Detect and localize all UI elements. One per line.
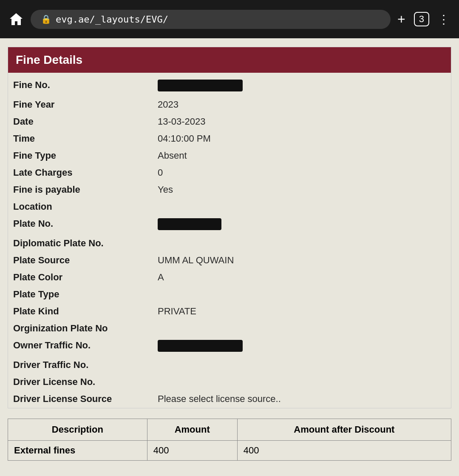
redacted-plate-no xyxy=(158,218,221,230)
time-row: Time 04:10:00 PM xyxy=(8,131,451,148)
fine-details-card: Fine Details Fine No. Fine Year 2023 Dat… xyxy=(8,47,451,408)
amount-cell: 400 xyxy=(147,441,237,461)
late-charges-value: 0 xyxy=(158,167,446,178)
table-row: External fines 400 400 xyxy=(8,441,451,461)
plate-kind-value: PRIVATE xyxy=(158,306,446,317)
fine-year-value: 2023 xyxy=(158,99,446,110)
diplomatic-plate-row: Diplomatic Plate No. xyxy=(8,235,451,252)
plate-no-label: Plate No. xyxy=(13,218,158,229)
driver-license-row: Driver License No. xyxy=(8,374,451,391)
plate-color-row: Plate Color A xyxy=(8,269,451,286)
fine-no-row: Fine No. xyxy=(8,77,451,97)
fines-table: Description Amount Amount after Discount… xyxy=(8,419,451,461)
plate-type-label: Plate Type xyxy=(13,289,158,300)
fine-type-label: Fine Type xyxy=(13,150,158,161)
page-content: Fine Details Fine No. Fine Year 2023 Dat… xyxy=(0,38,459,476)
fine-year-row: Fine Year 2023 xyxy=(8,97,451,114)
driver-traffic-row: Driver Traffic No. xyxy=(8,357,451,374)
date-row: Date 13-03-2023 xyxy=(8,114,451,131)
driver-traffic-label: Driver Traffic No. xyxy=(13,359,158,371)
plate-source-row: Plate Source UMM AL QUWAIN xyxy=(8,252,451,269)
plate-source-label: Plate Source xyxy=(13,255,158,266)
lock-icon: 🔒 xyxy=(41,14,51,24)
plate-color-value: A xyxy=(158,272,446,283)
address-bar[interactable]: 🔒 evg.ae/_layouts/EVG/ xyxy=(31,10,391,29)
late-charges-row: Late Charges 0 xyxy=(8,165,451,182)
fine-type-value: Absent xyxy=(158,150,446,161)
plate-kind-row: Plate Kind PRIVATE xyxy=(8,303,451,320)
card-header: Fine Details xyxy=(8,47,451,73)
plate-no-row: Plate No. xyxy=(8,216,451,235)
description-header: Description xyxy=(8,419,147,441)
new-tab-button[interactable]: + xyxy=(397,11,405,27)
driver-license-label: Driver License No. xyxy=(13,376,158,388)
fine-payable-value: Yes xyxy=(158,184,446,195)
org-plate-row: Orginization Plate No xyxy=(8,320,451,337)
redacted-fine-no xyxy=(158,80,243,91)
fine-type-row: Fine Type Absent xyxy=(8,148,451,165)
owner-traffic-label: Owner Traffic No. xyxy=(13,340,158,351)
table-header-row: Description Amount Amount after Discount xyxy=(8,419,451,441)
plate-source-value: UMM AL QUWAIN xyxy=(158,255,446,266)
fine-no-value xyxy=(158,80,446,94)
owner-traffic-value xyxy=(158,340,446,354)
fine-payable-row: Fine is payable Yes xyxy=(8,182,451,199)
org-plate-label: Orginization Plate No xyxy=(13,323,158,334)
diplomatic-plate-label: Diplomatic Plate No. xyxy=(13,238,158,249)
time-value: 04:10:00 PM xyxy=(158,133,446,144)
amount-header: Amount xyxy=(147,419,237,441)
tab-count[interactable]: 3 xyxy=(414,12,429,26)
amount-after-discount-cell: 400 xyxy=(237,441,451,461)
home-button[interactable] xyxy=(8,11,24,27)
description-cell: External fines xyxy=(8,441,147,461)
browser-chrome: 🔒 evg.ae/_layouts/EVG/ + 3 ⋮ xyxy=(0,0,459,38)
late-charges-label: Late Charges xyxy=(13,167,158,178)
fine-year-label: Fine Year xyxy=(13,99,158,110)
redacted-owner-traffic xyxy=(158,340,243,352)
date-label: Date xyxy=(13,116,158,127)
driver-license-source-value: Please select license source.. xyxy=(158,393,446,405)
date-value: 13-03-2023 xyxy=(158,116,446,127)
owner-traffic-row: Owner Traffic No. xyxy=(8,337,451,357)
fine-payable-label: Fine is payable xyxy=(13,184,158,195)
driver-license-source-label: Driver License Source xyxy=(13,393,158,405)
plate-kind-label: Plate Kind xyxy=(13,306,158,317)
more-options-button[interactable]: ⋮ xyxy=(438,12,450,26)
plate-no-value xyxy=(158,218,446,233)
url-text: evg.ae/_layouts/EVG/ xyxy=(56,14,168,25)
driver-license-source-row: Driver License Source Please select lice… xyxy=(8,391,451,408)
location-label: Location xyxy=(13,201,158,212)
browser-actions: + 3 ⋮ xyxy=(397,11,450,27)
location-row: Location xyxy=(8,199,451,216)
amount-after-discount-header: Amount after Discount xyxy=(237,419,451,441)
card-header-title: Fine Details xyxy=(16,53,82,66)
fine-no-label: Fine No. xyxy=(13,80,158,91)
time-label: Time xyxy=(13,133,158,144)
plate-color-label: Plate Color xyxy=(13,272,158,283)
plate-type-row: Plate Type xyxy=(8,286,451,303)
